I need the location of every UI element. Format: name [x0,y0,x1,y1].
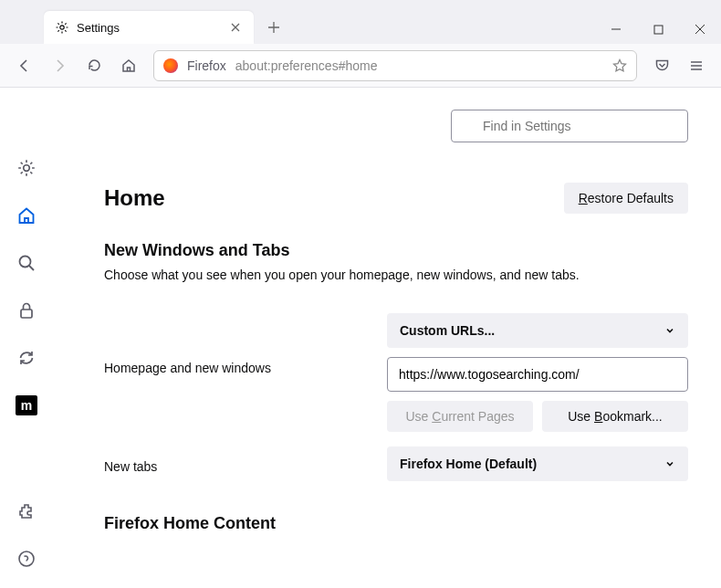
section-firefox-home-content: Firefox Home Content [104,514,688,533]
svg-rect-4 [21,310,32,318]
plus-icon [267,21,280,34]
reload-icon [87,58,102,73]
url-identity: Firefox [187,58,226,73]
gear-icon [55,20,69,35]
sidebar-extensions[interactable] [10,495,43,528]
url-bar[interactable]: Firefox about:preferences#home [153,50,637,81]
maximize-icon [653,25,664,35]
page-heading: Home [104,185,165,211]
minimize-icon [611,24,622,35]
chevron-down-icon [664,458,675,469]
extension-icon [17,502,36,520]
navigation-toolbar: Firefox about:preferences#home [0,44,721,88]
reload-button[interactable] [78,50,110,81]
window-controls [595,15,721,44]
forward-button [44,50,75,81]
new-tab-button[interactable] [259,13,288,42]
svg-point-0 [60,26,64,29]
help-icon [17,550,36,568]
close-tab-button[interactable] [228,20,243,35]
hamburger-icon [689,58,704,73]
back-icon [16,58,33,74]
browser-tab[interactable]: Settings [44,11,254,44]
pocket-icon [654,58,670,73]
use-current-pages-button[interactable]: Use Current Pages [387,401,533,432]
content-area: m Home Restore Defaults New Windows and … [0,88,721,588]
sync-icon [16,348,37,368]
home-icon [120,58,137,74]
sidebar-sync[interactable] [10,341,43,374]
close-window-button[interactable] [679,15,721,44]
dropdown-value: Firefox Home (Default) [400,457,537,471]
svg-point-3 [20,257,31,268]
home-icon [16,205,37,226]
bookmark-star-icon[interactable] [612,58,627,73]
use-bookmark-button[interactable]: Use Bookmark... [542,401,688,432]
newtabs-label: New tabs [104,454,387,474]
homepage-label: Homepage and new windows [104,355,387,375]
sidebar-general[interactable] [10,152,43,184]
section-description: Choose what you see when you open your h… [104,268,688,282]
newtabs-dropdown[interactable]: Firefox Home (Default) [387,446,688,481]
svg-rect-1 [654,26,663,34]
search-icon [16,253,37,273]
sidebar-privacy[interactable] [10,294,43,327]
preferences-main: Home Restore Defaults New Windows and Ta… [53,88,721,588]
firefox-icon [163,58,178,73]
url-text: about:preferences#home [235,58,603,73]
svg-point-2 [24,165,30,172]
pocket-button[interactable] [646,50,677,81]
lock-icon [16,300,37,320]
chevron-down-icon [664,325,675,336]
sidebar-search[interactable] [10,247,43,279]
minimize-button[interactable] [595,15,637,44]
close-icon [695,24,705,35]
dropdown-value: Custom URLs... [400,323,495,338]
sidebar: m [0,88,53,588]
sidebar-more-mozilla[interactable]: m [10,389,43,422]
section-new-windows-tabs: New Windows and Tabs [104,241,688,260]
titlebar: Settings [0,0,721,44]
mozilla-icon: m [16,395,37,415]
restore-defaults-button[interactable]: Restore Defaults [564,183,688,214]
close-icon [230,22,241,33]
home-button[interactable] [113,50,144,81]
sidebar-help[interactable] [10,542,43,575]
find-in-settings-input[interactable] [451,110,688,142]
homepage-url-input[interactable] [387,357,688,392]
tab-title: Settings [77,21,221,35]
forward-icon [51,58,68,74]
app-menu-button[interactable] [681,50,712,81]
gear-icon [16,158,37,178]
back-button[interactable] [9,50,40,81]
maximize-button[interactable] [637,15,679,44]
sidebar-home[interactable] [10,199,43,232]
homepage-mode-dropdown[interactable]: Custom URLs... [387,313,688,348]
